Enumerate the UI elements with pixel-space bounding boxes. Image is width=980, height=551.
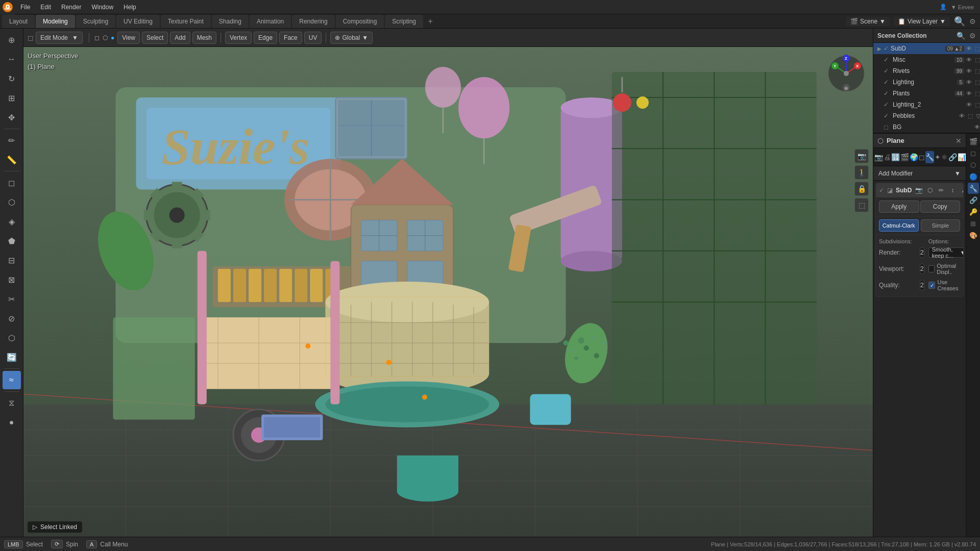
use-creases-checkbox[interactable] bbox=[928, 282, 936, 289]
display-wire[interactable]: ⬡ bbox=[102, 33, 109, 42]
display-material[interactable]: ● bbox=[110, 33, 115, 42]
outliner-item-lighting[interactable]: ✓ Lighting 5 👁 ⬚ bbox=[873, 77, 980, 88]
topbar-filter[interactable]: ⚙ bbox=[969, 17, 976, 26]
select-btn[interactable]: Select bbox=[142, 32, 168, 44]
tool-cursor[interactable]: ⊕ bbox=[3, 31, 21, 49]
engine-selector[interactable]: ▼ Eevee bbox=[951, 4, 974, 10]
tool-shear[interactable]: ⧖ bbox=[3, 394, 21, 412]
tool-rotate[interactable]: ↻ bbox=[3, 69, 21, 88]
copy-btn[interactable]: Copy bbox=[920, 201, 961, 213]
menu-edit[interactable]: Edit bbox=[35, 0, 56, 14]
tool-bisect[interactable]: ⊘ bbox=[3, 309, 21, 328]
eye-icon[interactable]: 👁 bbox=[966, 68, 972, 74]
prop-icon-scene[interactable]: 🎬 bbox=[968, 136, 979, 147]
mode-dropdown[interactable]: Edit Mode▼ bbox=[36, 32, 83, 44]
mod-camera-icon[interactable]: 📷 bbox=[914, 185, 924, 195]
prop-tab-modifiers[interactable]: 🔧 bbox=[925, 151, 934, 163]
prop-icon-material[interactable]: 🔵 bbox=[968, 171, 979, 182]
eye-icon[interactable]: 👁 bbox=[966, 102, 972, 108]
tool-smooth[interactable]: ≈ bbox=[3, 371, 21, 389]
tab-compositing[interactable]: Compositing bbox=[336, 15, 384, 28]
eye-icon[interactable]: 👁 bbox=[966, 57, 972, 63]
tab-rendering[interactable]: Rendering bbox=[292, 15, 334, 28]
outliner-filter[interactable]: 🔍 bbox=[957, 32, 965, 40]
select-icon[interactable]: ⬚ bbox=[975, 45, 980, 52]
outliner-item-plants[interactable]: ✓ Plants 44 👁 ⬚ bbox=[873, 88, 980, 99]
eye-icon[interactable]: 👁 bbox=[959, 113, 965, 119]
view-layer-selector[interactable]: 📋 View Layer ▼ bbox=[894, 17, 950, 26]
select-icon[interactable]: ⬚ bbox=[968, 113, 973, 119]
select-icon[interactable]: ⬚ bbox=[975, 79, 980, 86]
select-icon[interactable]: ⬚ bbox=[975, 68, 980, 74]
tab-texture-paint[interactable]: Texture Paint bbox=[161, 15, 211, 28]
eye-icon[interactable]: 👁 bbox=[966, 45, 972, 52]
tool-move[interactable]: ↔ bbox=[3, 50, 21, 68]
prop-icon-object[interactable]: ◻ bbox=[968, 147, 979, 159]
tool-knife[interactable]: ✂ bbox=[3, 290, 21, 308]
prop-tab-particles[interactable]: ✦ bbox=[935, 151, 941, 163]
eye-icon[interactable]: 👁 bbox=[966, 79, 972, 85]
prop-tab-constraints[interactable]: 🔗 bbox=[948, 151, 957, 163]
user-icon[interactable]: 👤 bbox=[940, 4, 947, 10]
optimal-checkbox[interactable] bbox=[928, 265, 935, 272]
tool-transform[interactable]: ✥ bbox=[3, 108, 21, 127]
prop-icon-modifier-active[interactable]: 🔧 bbox=[968, 183, 979, 194]
navigation-gizmo[interactable]: X Y Z ⊕ bbox=[826, 53, 867, 94]
outliner-item-misc[interactable]: ✓ Misc 10 👁 ⬚ bbox=[873, 54, 980, 65]
outliner-options[interactable]: ⚙ bbox=[969, 32, 976, 40]
modifier-visibility-toggle[interactable]: ✓ bbox=[879, 187, 884, 194]
tab-layout[interactable]: Layout bbox=[2, 15, 35, 28]
add-workspace-button[interactable]: + bbox=[424, 15, 436, 28]
menu-help[interactable]: Help bbox=[118, 0, 141, 14]
view-btn[interactable]: View bbox=[117, 32, 140, 44]
prop-tab-data[interactable]: 📊 bbox=[958, 151, 966, 163]
prop-tab-physics[interactable]: ⚛ bbox=[941, 151, 948, 163]
outliner-item-lighting2[interactable]: ✓ Lighting_2 👁 ⬚ bbox=[873, 99, 980, 110]
lock-btn[interactable]: 🔒 bbox=[854, 182, 869, 196]
smooth-dropdown[interactable]: Smooth, keep c... ▼ bbox=[928, 247, 964, 258]
view-all-btn[interactable]: ⬚ bbox=[854, 198, 869, 212]
viewport[interactable]: Suzie's bbox=[23, 47, 873, 537]
menu-file[interactable]: File bbox=[15, 0, 35, 14]
prop-tab-object[interactable]: ◻ bbox=[919, 151, 925, 163]
mod-render-icon[interactable]: ⬡ bbox=[925, 185, 935, 195]
mesh-btn[interactable]: Mesh bbox=[192, 32, 216, 44]
tool-poly-build[interactable]: ⬡ bbox=[3, 329, 21, 347]
outliner-item-pebbles[interactable]: ✓ Pebbles 👁 ⬚ ▽ bbox=[873, 110, 980, 121]
display-solid[interactable]: ◻ bbox=[93, 33, 101, 42]
tool-annotate[interactable]: ✏ bbox=[3, 131, 21, 149]
prop-icon-vcol[interactable]: 🎨 bbox=[968, 230, 979, 241]
eye-icon[interactable]: 👁 bbox=[966, 90, 972, 96]
apply-btn[interactable]: Apply bbox=[879, 201, 919, 213]
face-btn[interactable]: Face bbox=[279, 32, 302, 44]
outliner-item-bg[interactable]: ◻ BG 👁 bbox=[873, 121, 980, 133]
mod-restrict-icon[interactable]: ↕ bbox=[947, 185, 958, 195]
add-modifier-btn[interactable]: Add Modifier ▼ bbox=[873, 166, 966, 181]
prop-tab-world[interactable]: 🌍 bbox=[910, 151, 918, 163]
tool-to-sphere[interactable]: ● bbox=[3, 413, 21, 432]
menu-window[interactable]: Window bbox=[86, 0, 118, 14]
tab-sculpting[interactable]: Sculpting bbox=[76, 15, 115, 28]
tool-offset-edge[interactable]: ⊠ bbox=[3, 270, 21, 289]
prop-tab-scene[interactable]: 🎬 bbox=[900, 151, 909, 163]
tab-modeling[interactable]: Modeling bbox=[36, 15, 75, 28]
transform-dropdown[interactable]: ⊕ Global ▼ bbox=[330, 32, 373, 44]
edge-btn[interactable]: Edge bbox=[254, 32, 277, 44]
prop-tab-render[interactable]: 📷 bbox=[874, 151, 883, 163]
topbar-search[interactable]: 🔍 bbox=[954, 16, 965, 27]
prop-icon-shapekeys[interactable]: 🔑 bbox=[968, 206, 979, 217]
prop-icon-uvmaps[interactable]: ⊞ bbox=[968, 218, 979, 229]
render-value[interactable]: 2 bbox=[920, 247, 924, 258]
mod-move-up-icon[interactable]: ▲ bbox=[959, 185, 964, 195]
uv-btn[interactable]: UV bbox=[304, 32, 322, 44]
tool-spin[interactable]: 🔄 bbox=[3, 348, 21, 366]
tab-uv-editing[interactable]: UV Editing bbox=[116, 15, 160, 28]
menu-render[interactable]: Render bbox=[56, 0, 86, 14]
tool-add-cube[interactable]: ◻ bbox=[3, 173, 21, 192]
outliner-item-subd[interactable]: ▶ ✓ SubD 09 ▲2 👁 ⬚ bbox=[873, 43, 980, 54]
select-icon[interactable]: ⬚ bbox=[975, 57, 980, 63]
tool-extrude[interactable]: ⬡ bbox=[3, 193, 21, 211]
tool-measure[interactable]: 📏 bbox=[3, 151, 21, 169]
prop-tab-output[interactable]: 🖨 bbox=[884, 151, 891, 163]
tab-scripting[interactable]: Scripting bbox=[385, 15, 423, 28]
